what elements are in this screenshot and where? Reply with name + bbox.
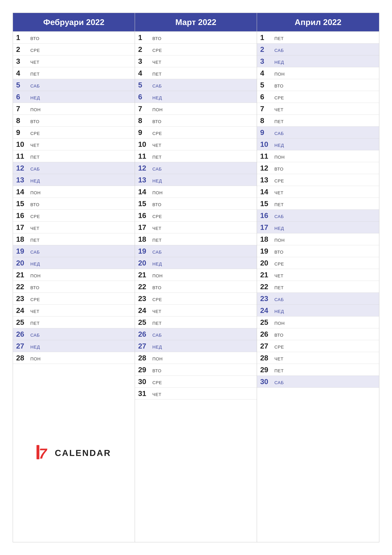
day-row-m0-d25: 26САБ	[13, 328, 135, 340]
day-number-m1-d1: 2	[138, 46, 151, 53]
day-name-m0-d5: НЕД	[30, 95, 40, 101]
day-name-m1-d28: ВТО	[152, 368, 161, 373]
day-row-m1-d27: 28ПОН	[135, 352, 257, 364]
day-number-m2-d18: 19	[260, 248, 273, 255]
day-number-m2-d23: 24	[260, 307, 273, 314]
day-number-m0-d19: 20	[16, 259, 29, 267]
day-name-m0-d11: САБ	[30, 167, 40, 172]
day-name-m1-d0: ВТО	[152, 36, 161, 41]
day-number-m2-d19: 20	[260, 259, 273, 267]
day-row-m0-d24: 25ПЕТ	[13, 316, 135, 328]
day-row-m2-d2: 3НЕД	[257, 55, 379, 67]
day-name-m1-d14: ВТО	[152, 202, 161, 207]
day-number-m2-d15: 16	[260, 212, 273, 219]
day-row-m1-d23: 24ЧЕТ	[135, 305, 257, 316]
day-name-m2-d22: САБ	[274, 297, 284, 302]
day-number-m0-d14: 15	[16, 200, 29, 207]
day-number-m2-d17: 18	[260, 236, 273, 243]
day-row-m2-d20: 21ЧЕТ	[257, 269, 379, 281]
day-name-m0-d1: СРЕ	[30, 48, 40, 53]
day-name-m0-d24: ПЕТ	[30, 321, 40, 326]
day-name-m2-d20: ЧЕТ	[274, 273, 283, 278]
day-name-m1-d7: ВТО	[152, 119, 161, 124]
day-row-m0-d3: 4ПЕТ	[13, 67, 135, 79]
day-number-m2-d11: 12	[260, 164, 273, 172]
day-name-m1-d23: ЧЕТ	[152, 309, 161, 314]
day-row-m0-d26: 27НЕД	[13, 340, 135, 352]
svg-text:7: 7	[39, 446, 47, 461]
day-number-m1-d0: 1	[138, 34, 151, 41]
day-number-m1-d6: 7	[138, 105, 151, 112]
day-number-m0-d12: 13	[16, 176, 29, 183]
day-number-m0-d5: 6	[16, 93, 29, 101]
day-row-m1-d7: 8ВТО	[135, 115, 257, 127]
day-name-m2-d28: ПЕТ	[274, 368, 284, 373]
day-name-m2-d15: САБ	[274, 214, 284, 219]
day-name-m2-d19: СРЕ	[274, 262, 284, 267]
day-number-m1-d7: 8	[138, 117, 151, 124]
day-name-m1-d3: ПЕТ	[152, 72, 162, 77]
day-row-m2-d3: 4ПОН	[257, 67, 379, 79]
day-name-m1-d21: ВТО	[152, 285, 161, 290]
day-name-m2-d18: ВТО	[274, 250, 283, 255]
day-number-m0-d22: 23	[16, 295, 29, 302]
day-name-m0-d14: ВТО	[30, 202, 39, 207]
day-name-m0-d17: ПЕТ	[30, 238, 40, 243]
month-column-2: Април 20221ПЕТ2САБ3НЕД4ПОН5ВТО6СРЕ7ЧЕТ8П…	[257, 13, 379, 542]
day-row-m1-d3: 4ПЕТ	[135, 67, 257, 79]
day-row-m1-d28: 29ВТО	[135, 364, 257, 376]
day-name-m1-d20: ПОН	[152, 273, 163, 278]
day-row-m0-d7: 8ВТО	[13, 115, 135, 127]
day-number-m0-d2: 3	[16, 58, 29, 65]
day-name-m1-d26: НЕД	[152, 345, 162, 350]
day-row-m1-d9: 10ЧЕТ	[135, 139, 257, 150]
day-number-m2-d20: 21	[260, 271, 273, 278]
day-number-m1-d22: 23	[138, 295, 151, 302]
day-name-m0-d7: ВТО	[30, 119, 39, 124]
day-name-m1-d12: НЕД	[152, 178, 162, 183]
logo-cell: 7CALENDAR	[13, 364, 135, 542]
page: Фебруари 20221ВТО2СРЕ3ЧЕТ4ПЕТ5САБ6НЕД7ПО…	[0, 0, 392, 555]
day-number-m1-d4: 5	[138, 81, 151, 89]
day-number-m1-d17: 18	[138, 236, 151, 243]
day-number-m2-d2: 3	[260, 58, 273, 65]
day-number-m0-d7: 8	[16, 117, 29, 124]
day-row-m2-d25: 26ВТО	[257, 328, 379, 340]
day-row-m2-d13: 14ЧЕТ	[257, 186, 379, 198]
day-number-m0-d24: 25	[16, 319, 29, 326]
day-number-m1-d8: 9	[138, 129, 151, 136]
day-number-m1-d23: 24	[138, 307, 151, 314]
day-row-m1-d24: 25ПЕТ	[135, 316, 257, 328]
day-row-m2-d29: 30САБ	[257, 376, 379, 388]
day-name-m1-d2: ЧЕТ	[152, 60, 161, 65]
day-number-m1-d19: 20	[138, 259, 151, 267]
day-number-m1-d10: 11	[138, 153, 151, 160]
day-number-m2-d4: 5	[260, 81, 273, 89]
logo-text: CALENDAR	[55, 448, 111, 458]
day-row-m2-d19: 20СРЕ	[257, 257, 379, 269]
day-number-m1-d18: 19	[138, 248, 151, 255]
day-name-m2-d10: ПОН	[274, 155, 285, 160]
day-name-m1-d18: САБ	[152, 250, 162, 255]
day-row-m2-d23: 24НЕД	[257, 305, 379, 316]
day-name-m2-d24: ПОН	[274, 321, 285, 326]
day-number-m2-d9: 10	[260, 141, 273, 148]
day-number-m0-d4: 5	[16, 81, 29, 89]
day-number-m2-d13: 14	[260, 188, 273, 195]
day-name-m2-d11: ВТО	[274, 167, 283, 172]
day-number-m1-d12: 13	[138, 176, 151, 183]
day-row-m0-d20: 21ПОН	[13, 269, 135, 281]
day-name-m0-d26: НЕД	[30, 345, 40, 350]
day-number-m1-d16: 17	[138, 224, 151, 231]
day-number-m0-d15: 16	[16, 212, 29, 219]
day-name-m2-d9: НЕД	[274, 143, 284, 148]
day-number-m0-d17: 18	[16, 236, 29, 243]
day-name-m0-d4: САБ	[30, 84, 40, 89]
day-number-m0-d26: 27	[16, 342, 29, 350]
day-number-m2-d3: 4	[260, 69, 273, 77]
day-name-m0-d3: ПЕТ	[30, 72, 40, 77]
day-name-m1-d17: ПЕТ	[152, 238, 162, 243]
day-number-m1-d5: 6	[138, 93, 151, 101]
day-row-m0-d27: 28ПОН	[13, 352, 135, 364]
day-row-m1-d5: 6НЕД	[135, 91, 257, 103]
